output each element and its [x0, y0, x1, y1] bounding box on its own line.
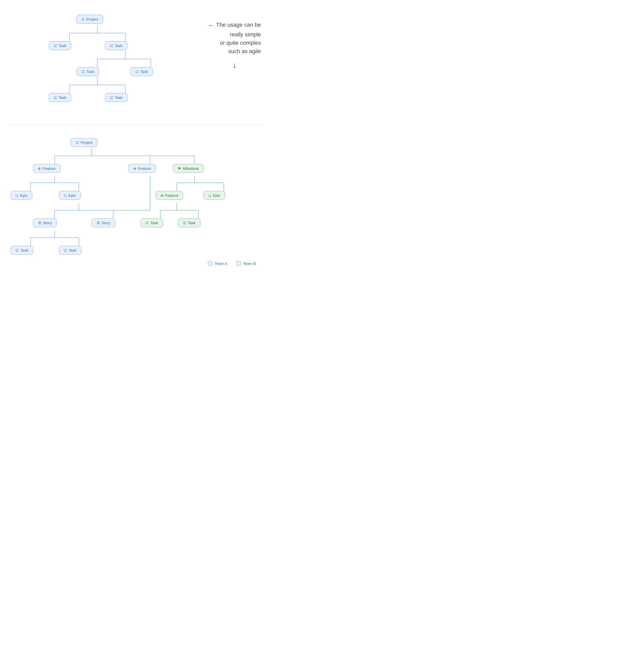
story-icon: 🖹	[38, 221, 42, 225]
bottom-task1-node: ☑ Task	[11, 246, 33, 255]
story-icon: 🖹	[96, 221, 100, 225]
feature-icon: ⊕	[160, 193, 163, 198]
bottom-epic1-node: ◻ Epic	[11, 191, 32, 200]
task-icon: ☑	[146, 221, 149, 225]
epic-icon: ◻	[208, 193, 212, 198]
top-task3-node: ☑ Task	[77, 67, 99, 76]
feature-icon: ⊕	[133, 166, 136, 170]
legend-box-green	[236, 261, 241, 266]
task-icon: ☑	[110, 96, 113, 100]
bottom-task4-node: ☑ Task	[178, 219, 200, 227]
legend-box-blue	[208, 261, 213, 266]
bottom-feature2-node: ⊕ Feature	[129, 164, 156, 173]
bottom-epic2-node: ◻ Epic	[59, 191, 81, 200]
bottom-diagram: 🗋 Project ⊕ Feature ⊕ Feature ⚑ Mileston…	[0, 128, 271, 275]
top-task4-node: ☑ Task	[131, 67, 153, 76]
bottom-story1-node: 🖹 Story	[33, 219, 57, 227]
top-task6-node: ☑ Task	[105, 93, 128, 102]
task-icon: ☑	[82, 70, 85, 74]
legend: Team A Team B	[208, 261, 256, 266]
section-divider	[10, 124, 261, 125]
annotation: ← The usage can be really simple or quit…	[208, 20, 261, 71]
legend-team-a: Team A	[208, 261, 227, 266]
task-icon: ☑	[16, 248, 19, 252]
bottom-task3-node: ☑ Task	[141, 219, 163, 227]
task-icon: ☑	[54, 44, 57, 48]
project-icon: 🗋	[81, 17, 85, 21]
task-icon: ☑	[64, 248, 67, 252]
top-project-node: 🗋 Project	[76, 15, 103, 24]
arrow-left-icon: ←	[208, 20, 215, 30]
task-icon: ☑	[110, 44, 113, 48]
top-task5-node: ☑ Task	[49, 93, 71, 102]
bottom-connectors	[0, 128, 271, 275]
epic-icon: ◻	[64, 193, 67, 198]
top-diagram: 🗋 Project ☑ Task ☑ Task ☑ Task ☑ Task ☑ …	[0, 0, 271, 122]
bottom-milestone-node: ⚑ Milestone	[173, 164, 204, 173]
feature-icon: ⊕	[38, 166, 41, 170]
task-icon: ☑	[54, 96, 57, 100]
legend-team-b: Team B	[236, 261, 256, 266]
bottom-task2-node: ☑ Task	[59, 246, 82, 255]
bottom-story2-node: 🖹 Story	[92, 219, 115, 227]
bottom-project-node: 🗋 Project	[71, 138, 97, 147]
arrow-down-icon: ↓	[208, 59, 261, 71]
top-task1-node: ☑ Task	[49, 41, 71, 50]
milestone-icon: ⚑	[178, 166, 181, 170]
bottom-epic3-node: ◻ Epic	[203, 191, 225, 200]
task-icon: ☑	[183, 221, 186, 225]
top-task2-node: ☑ Task	[105, 41, 128, 50]
bottom-feature1-node: ⊕ Feature	[33, 164, 61, 173]
project-icon: 🗋	[75, 141, 79, 145]
epic-icon: ◻	[16, 193, 19, 198]
bottom-feature3-node: ⊕ Feature	[156, 191, 183, 200]
task-icon: ☑	[135, 70, 139, 74]
